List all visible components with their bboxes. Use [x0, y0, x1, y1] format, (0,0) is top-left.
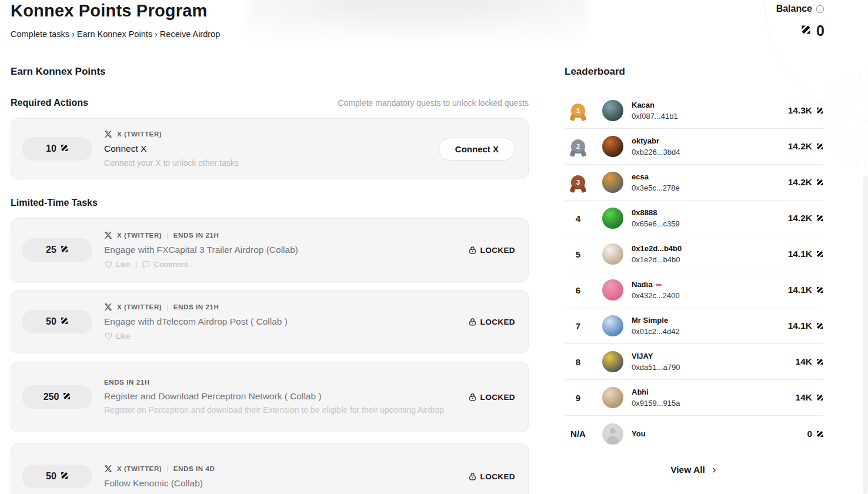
leaderboard-row[interactable]: 2 oktyabr0xb226...3bd4 14.2K — [565, 129, 823, 165]
avatar — [602, 100, 623, 121]
task-card-kenomic: 50 X (TWITTER) | ENDS IN 4D Follow Kenom… — [11, 443, 529, 494]
locked-badge: LOCKED — [468, 393, 515, 402]
user-name: You — [632, 429, 646, 438]
rank-number: 4 — [576, 213, 580, 223]
avatar — [602, 387, 623, 408]
wallet-address: 0x65e6...c359 — [632, 219, 680, 228]
leaderboard: Leaderboard 1 Kacan0xf087...41b1 14.3K 2… — [565, 66, 823, 475]
leaderboard-title: Leaderboard — [565, 66, 823, 78]
x-twitter-icon — [104, 303, 112, 311]
x-twitter-icon — [104, 231, 112, 239]
task-card-connect-x: 10 X (TWITTER) Connect X Connect your X … — [11, 118, 529, 179]
scrollbar[interactable] — [863, 175, 868, 494]
rank-number: N/A — [570, 429, 586, 439]
points-value: 14.3K — [788, 105, 812, 116]
leaderboard-row[interactable]: 5 0x1e2d...b4b00x1e2d...b4b0 14.1K — [565, 236, 823, 272]
task-description: Register on Perceptron and download thei… — [104, 405, 444, 416]
points-badge: 10 — [22, 137, 92, 161]
ends-in-label: ENDS IN 4D — [173, 465, 215, 472]
points-value: 14.1K — [788, 249, 812, 259]
divider: | — [166, 303, 169, 311]
points-value: 14K — [796, 392, 812, 403]
view-all-button[interactable]: View All — [565, 465, 823, 475]
points-badge: 250 — [22, 385, 92, 409]
user-name: VIJAY — [632, 352, 680, 361]
points-badge: 50 — [22, 465, 92, 488]
task-subtitle: Connect your X to unlock other tasks — [104, 158, 239, 168]
lock-icon — [468, 318, 477, 326]
rank-number: 8 — [576, 357, 580, 367]
info-icon[interactable] — [816, 5, 824, 14]
heart-icon — [104, 332, 113, 341]
points-badge: 25 — [22, 238, 92, 262]
balance-widget: Balance 0 — [776, 4, 824, 39]
x-twitter-icon — [104, 465, 112, 473]
wallet-address: 0x9159...915a — [632, 399, 680, 408]
comment-action: Comment — [142, 260, 188, 269]
leaderboard-row-you[interactable]: N/A You 0 — [565, 416, 823, 452]
task-title: Engage with FXCapital 3 Trailer Airdrop … — [104, 245, 298, 255]
silver-medal-icon: 2 — [571, 139, 585, 153]
leaderboard-row[interactable]: 7 Mr Simple0x01c2...4d42 14.1K — [565, 308, 823, 344]
points-icon — [816, 394, 823, 401]
points-value: 0 — [807, 429, 812, 439]
points-icon — [816, 286, 823, 293]
connect-x-button[interactable]: Connect X — [439, 138, 515, 161]
task-card-fxcapital: 25 X (TWITTER) | ENDS IN 21H Engage with… — [11, 218, 529, 282]
locked-badge: LOCKED — [468, 318, 515, 326]
points-value: 14.1K — [788, 321, 812, 331]
ends-in-label: ENDS IN 21H — [104, 379, 150, 386]
divider: | — [166, 232, 169, 239]
user-name: Kacan — [632, 101, 678, 109]
task-card-dtelecom: 50 X (TWITTER) | ENDS IN 21H Engage with… — [11, 290, 529, 353]
platform-label: X (TWITTER) — [117, 303, 162, 311]
leaderboard-row[interactable]: 4 0x88880x65e6...c359 14.2K — [565, 201, 823, 236]
platform-label: X (TWITTER) — [117, 131, 162, 138]
wallet-address: 0xb226...3bd4 — [632, 148, 680, 156]
wallet-address: 0x432c...2400 — [632, 291, 680, 300]
background-glow — [247, 0, 588, 56]
points-value: 14.1K — [788, 285, 812, 295]
leaderboard-row[interactable]: 6 Nadia0x432c...2400 14.1K — [565, 272, 823, 308]
rank-number: 9 — [576, 393, 580, 403]
leaderboard-row[interactable]: 8 VIJAY0xda51...a790 14K — [565, 344, 823, 380]
breadcrumb: Complete tasks › Earn Konnex Points › Re… — [11, 29, 220, 39]
chevron-right-icon — [711, 467, 717, 473]
lock-icon — [468, 472, 477, 481]
task-title: Register and Download Perceptron Network… — [104, 391, 444, 402]
required-actions-hint: Complete mandatory quests to unlock lock… — [338, 98, 529, 108]
points-icon — [61, 471, 68, 482]
points-badge: 50 — [22, 310, 92, 333]
comment-icon — [142, 260, 151, 269]
wallet-address: 0x01c2...4d42 — [632, 327, 680, 336]
points-icon — [816, 143, 823, 150]
avatar — [602, 279, 623, 301]
user-name: oktyabr — [632, 136, 680, 145]
leaderboard-row[interactable]: 3 ecsa0x3e5c...278e 14.2K — [565, 165, 823, 201]
avatar — [602, 351, 623, 372]
points-value: 14.2K — [788, 177, 812, 188]
leaderboard-row[interactable]: 1 Kacan0xf087...41b1 14.3K — [565, 93, 823, 129]
task-card-perceptron: 250 ENDS IN 21H Register and Download Pe… — [11, 362, 529, 432]
user-name: Mr Simple — [632, 316, 680, 325]
points-icon — [61, 316, 68, 327]
gold-medal-icon: 1 — [571, 104, 585, 118]
leaderboard-row[interactable]: 9 Abhi0x9159...915a 14K — [565, 380, 823, 416]
points-icon — [816, 322, 823, 329]
avatar — [602, 172, 623, 193]
user-name: 0x1e2d...b4b0 — [632, 244, 682, 253]
limited-time-tasks-title: Limited-Time Tasks — [11, 198, 529, 208]
points-icon — [816, 430, 823, 438]
wallet-address: 0x3e5c...278e — [632, 183, 680, 192]
user-name: Nadia — [632, 280, 680, 289]
task-title: Follow Kenomic (Collab) — [104, 478, 215, 489]
divider: | — [135, 260, 138, 269]
points-icon — [61, 245, 68, 255]
points-icon — [816, 215, 823, 222]
avatar-placeholder — [602, 423, 623, 445]
like-action: Like — [104, 332, 131, 341]
ends-in-label: ENDS IN 21H — [173, 303, 219, 311]
lock-icon — [468, 393, 477, 402]
balance-label: Balance — [776, 4, 812, 14]
platform-label: X (TWITTER) — [117, 465, 162, 472]
